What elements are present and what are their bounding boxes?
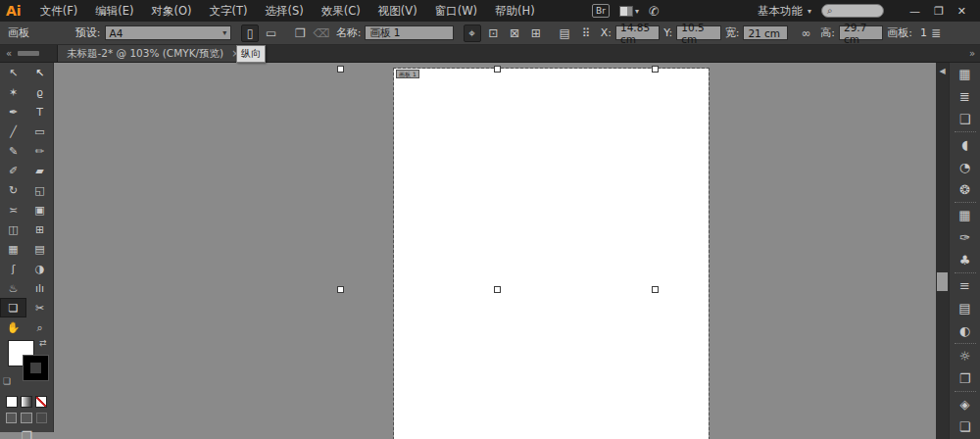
control-panel-menu-icon[interactable]: ≣	[931, 26, 941, 40]
handle-top-center[interactable]	[494, 66, 501, 73]
pen-tool[interactable]: ✒	[0, 102, 26, 122]
color-panel-icon[interactable]: ◖	[950, 133, 980, 156]
artboard-tool[interactable]: ❏	[0, 298, 26, 317]
blend-tool[interactable]: ◑	[26, 259, 53, 278]
draw-behind-mode-button[interactable]	[21, 413, 31, 423]
swap-fill-stroke-icon[interactable]: ⇄	[39, 338, 47, 348]
dock-collapse-icon[interactable]: ◀	[936, 63, 949, 75]
move-copy-artwork-button[interactable]: ⌖	[464, 24, 481, 42]
screen-mode-button[interactable]: ❐	[0, 426, 53, 439]
portrait-orientation-button[interactable]: ▯	[241, 24, 259, 42]
symbols-panel-icon[interactable]: ♣	[950, 249, 980, 271]
gradient-panel-icon[interactable]: ▤	[950, 297, 980, 319]
collapse-toolbar-icon[interactable]: «	[0, 45, 18, 62]
height-input[interactable]: 29.7 cm	[839, 25, 883, 40]
rotate-tool[interactable]: ↻	[0, 180, 26, 200]
gradient-button[interactable]	[21, 396, 32, 408]
toolbar-header-grip[interactable]	[18, 45, 57, 62]
close-button[interactable]: ✕	[957, 5, 966, 18]
menu-select[interactable]: 选择(S)	[257, 4, 313, 19]
arrange-documents-button[interactable]: ▾	[619, 6, 639, 17]
graphic-styles-panel-icon[interactable]: ❐	[950, 367, 980, 390]
paintbrush-tool[interactable]: ✎	[0, 141, 26, 161]
transform-panel-icon[interactable]: ▦	[950, 63, 980, 85]
column-graph-tool[interactable]: ılı	[26, 278, 53, 298]
artboard-name-input[interactable]: 画板 1	[365, 25, 453, 40]
canvas-area[interactable]: 画板 1	[54, 63, 936, 439]
perspective-grid-tool[interactable]: ⊞	[26, 220, 53, 239]
pathfinder-panel-icon[interactable]: ❑	[950, 108, 980, 130]
draw-normal-mode-button[interactable]	[6, 413, 17, 423]
brushes-panel-icon[interactable]: ✑	[950, 226, 980, 249]
menu-window[interactable]: 窗口(W)	[426, 4, 486, 19]
constrain-proportions-icon[interactable]: ∞	[798, 24, 815, 42]
kuler-panel-icon[interactable]: ❂	[950, 178, 980, 201]
landscape-orientation-button[interactable]: ▭	[263, 24, 280, 42]
rearrange-artboards-button[interactable]: ⠿	[577, 24, 595, 42]
artboards-panel-icon[interactable]: ❏	[950, 415, 980, 438]
eraser-tool[interactable]: ▰	[26, 161, 53, 180]
layers-panel-icon[interactable]: ◈	[950, 393, 980, 415]
gradient-tool[interactable]: ▤	[26, 239, 53, 259]
workspace-switcher[interactable]: 基本功能 ▾	[758, 4, 811, 19]
type-tool[interactable]: T	[26, 102, 53, 122]
menu-type[interactable]: 文字(T)	[201, 4, 257, 19]
menu-view[interactable]: 视图(V)	[369, 4, 426, 19]
show-safe-area-button[interactable]: ⊞	[527, 24, 545, 42]
selection-tool[interactable]: ↖	[0, 63, 26, 82]
align-panel-icon[interactable]: ≣	[950, 85, 980, 108]
cs-live-icon[interactable]: ✆	[649, 4, 660, 19]
new-artboard-button[interactable]: ❐	[291, 24, 309, 42]
stroke-panel-icon[interactable]: ≡	[950, 274, 980, 297]
eyedropper-tool[interactable]: ʃ	[0, 259, 26, 278]
menu-file[interactable]: 文件(F)	[31, 4, 87, 19]
swatches-panel-icon[interactable]: ▦	[950, 204, 980, 226]
handle-top-left[interactable]	[337, 66, 344, 73]
bridge-button[interactable]: Br	[592, 4, 610, 18]
handle-top-right[interactable]	[652, 66, 659, 73]
search-field[interactable]: ⌕	[821, 4, 884, 18]
lasso-tool[interactable]: ϱ	[26, 82, 53, 102]
appearance-panel-icon[interactable]: ☼	[950, 345, 980, 367]
default-fill-stroke-icon[interactable]: ❏	[3, 376, 11, 386]
shape-builder-tool[interactable]: ◫	[0, 220, 26, 239]
artboard-options-button[interactable]: ▤	[556, 24, 573, 42]
document-tab[interactable]: 未标题-2* @ 103% (CMYK/预览) ×	[57, 45, 250, 62]
color-guide-panel-icon[interactable]: ◔	[950, 156, 980, 178]
expand-dock-icon[interactable]: »	[964, 45, 980, 62]
show-cross-hairs-button[interactable]: ⊠	[506, 24, 523, 42]
handle-center[interactable]	[494, 286, 501, 293]
color-button[interactable]	[6, 396, 18, 408]
handle-mid-left[interactable]	[337, 286, 344, 293]
minimize-button[interactable]: —	[909, 5, 920, 18]
preset-dropdown[interactable]: A4 ▾	[105, 25, 232, 40]
menu-object[interactable]: 对象(O)	[142, 4, 200, 19]
stroke-color-swatch[interactable]	[23, 355, 49, 381]
artboard[interactable]: 画板 1	[394, 69, 709, 439]
direct-selection-tool[interactable]: ↖	[26, 63, 53, 82]
x-input[interactable]: 14.85 cm	[615, 25, 660, 40]
menu-help[interactable]: 帮助(H)	[486, 4, 544, 19]
handle-mid-right[interactable]	[652, 286, 659, 293]
zoom-tool[interactable]: ⌕	[26, 317, 53, 337]
width-tool[interactable]: ≍	[0, 200, 26, 220]
none-button[interactable]	[35, 396, 47, 408]
draw-inside-mode-button[interactable]	[36, 413, 47, 423]
free-transform-tool[interactable]: ▣	[26, 200, 53, 220]
rectangle-tool[interactable]: ▭	[26, 122, 53, 141]
hand-tool[interactable]: ✋	[0, 317, 26, 337]
menu-effect[interactable]: 效果(C)	[313, 4, 369, 19]
search-input[interactable]	[836, 6, 879, 17]
scale-tool[interactable]: ◱	[26, 180, 53, 200]
slice-tool[interactable]: ✂	[26, 298, 53, 317]
magic-wand-tool[interactable]: ✶	[0, 82, 26, 102]
width-input[interactable]: 21 cm	[743, 25, 787, 40]
mesh-tool[interactable]: ▦	[0, 239, 26, 259]
pencil-tool[interactable]: ✏	[26, 141, 53, 161]
line-segment-tool[interactable]: ╱	[0, 122, 26, 141]
menu-edit[interactable]: 编辑(E)	[86, 4, 142, 19]
restore-button[interactable]: ❐	[934, 5, 944, 18]
scrollbar-thumb[interactable]	[937, 272, 948, 291]
show-center-mark-button[interactable]: ⊡	[485, 24, 503, 42]
symbol-sprayer-tool[interactable]: ♨	[0, 278, 26, 298]
